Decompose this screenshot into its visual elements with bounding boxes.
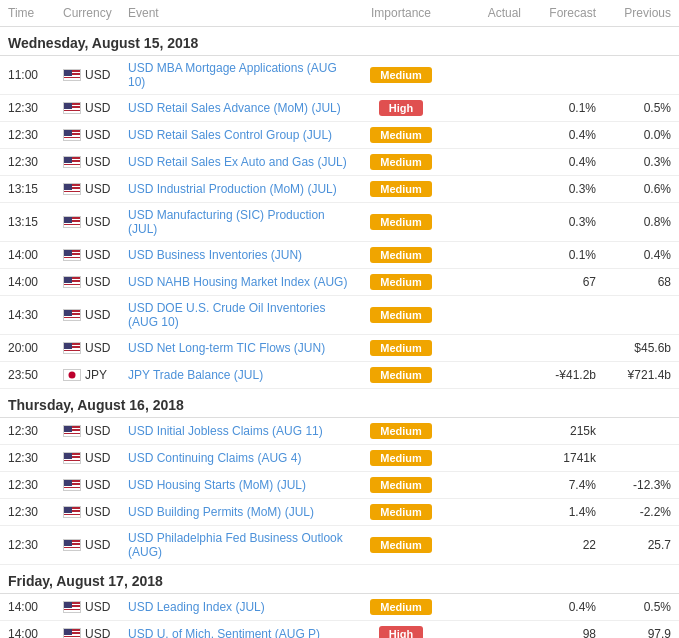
event-cell[interactable]: JPY Trade Balance (JUL) <box>128 368 356 382</box>
header-time: Time <box>8 6 63 20</box>
importance-badge: Medium <box>370 423 432 439</box>
event-link[interactable]: USD Retail Sales Control Group (JUL) <box>128 128 332 142</box>
us-flag-icon <box>63 601 81 613</box>
forecast-cell: 0.1% <box>521 101 596 115</box>
importance-badge: Medium <box>370 127 432 143</box>
previous-cell: 0.6% <box>596 182 671 196</box>
importance-cell: Medium <box>356 367 446 383</box>
event-cell[interactable]: USD DOE U.S. Crude Oil Inventories (AUG … <box>128 301 356 329</box>
event-link[interactable]: USD Manufacturing (SIC) Production (JUL) <box>128 208 325 236</box>
event-link[interactable]: USD Initial Jobless Claims (AUG 11) <box>128 424 323 438</box>
importance-badge: Medium <box>370 247 432 263</box>
currency-cell: USD <box>63 478 128 492</box>
importance-cell: Medium <box>356 599 446 615</box>
event-link[interactable]: USD NAHB Housing Market Index (AUG) <box>128 275 347 289</box>
event-cell[interactable]: USD Manufacturing (SIC) Production (JUL) <box>128 208 356 236</box>
importance-cell: Medium <box>356 504 446 520</box>
event-cell[interactable]: USD Leading Index (JUL) <box>128 600 356 614</box>
event-cell[interactable]: USD Net Long-term TIC Flows (JUN) <box>128 341 356 355</box>
event-cell[interactable]: USD U. of Mich. Sentiment (AUG P) <box>128 627 356 638</box>
currency-code: USD <box>85 101 110 115</box>
event-cell[interactable]: USD NAHB Housing Market Index (AUG) <box>128 275 356 289</box>
event-link[interactable]: JPY Trade Balance (JUL) <box>128 368 263 382</box>
time-cell: 12:30 <box>8 538 63 552</box>
importance-cell: Medium <box>356 537 446 553</box>
jp-flag-icon <box>63 369 81 381</box>
importance-cell: High <box>356 626 446 638</box>
previous-cell: -2.2% <box>596 505 671 519</box>
currency-code: USD <box>85 478 110 492</box>
forecast-cell: 0.3% <box>521 215 596 229</box>
event-link[interactable]: USD Business Inventories (JUN) <box>128 248 302 262</box>
event-cell[interactable]: USD Industrial Production (MoM) (JUL) <box>128 182 356 196</box>
event-cell[interactable]: USD Retail Sales Advance (MoM) (JUL) <box>128 101 356 115</box>
us-flag-icon <box>63 156 81 168</box>
previous-cell: 0.3% <box>596 155 671 169</box>
event-link[interactable]: USD Retail Sales Ex Auto and Gas (JUL) <box>128 155 347 169</box>
event-cell[interactable]: USD MBA Mortgage Applications (AUG 10) <box>128 61 356 89</box>
currency-code: USD <box>85 341 110 355</box>
forecast-cell: 0.4% <box>521 128 596 142</box>
table-row: 12:30USDUSD Initial Jobless Claims (AUG … <box>0 418 679 445</box>
event-link[interactable]: USD Continuing Claims (AUG 4) <box>128 451 301 465</box>
currency-cell: USD <box>63 248 128 262</box>
header-previous: Previous <box>596 6 671 20</box>
table-row: 14:00USDUSD NAHB Housing Market Index (A… <box>0 269 679 296</box>
us-flag-icon <box>63 102 81 114</box>
forecast-cell: 0.4% <box>521 600 596 614</box>
event-cell[interactable]: USD Housing Starts (MoM) (JUL) <box>128 478 356 492</box>
table-row: 12:30USDUSD Retail Sales Control Group (… <box>0 122 679 149</box>
currency-cell: USD <box>63 451 128 465</box>
currency-cell: USD <box>63 538 128 552</box>
us-flag-icon <box>63 452 81 464</box>
time-cell: 23:50 <box>8 368 63 382</box>
event-cell[interactable]: USD Philadelphia Fed Business Outlook (A… <box>128 531 356 559</box>
currency-cell: JPY <box>63 368 128 382</box>
event-cell[interactable]: USD Business Inventories (JUN) <box>128 248 356 262</box>
us-flag-icon <box>63 276 81 288</box>
event-link[interactable]: USD U. of Mich. Sentiment (AUG P) <box>128 627 320 638</box>
table-row: 12:30USDUSD Retail Sales Advance (MoM) (… <box>0 95 679 122</box>
table-header: Time Currency Event Importance Actual Fo… <box>0 0 679 27</box>
event-cell[interactable]: USD Initial Jobless Claims (AUG 11) <box>128 424 356 438</box>
table-row: 12:30USDUSD Housing Starts (MoM) (JUL)Me… <box>0 472 679 499</box>
importance-badge: Medium <box>370 154 432 170</box>
event-link[interactable]: USD Retail Sales Advance (MoM) (JUL) <box>128 101 341 115</box>
previous-cell: 25.7 <box>596 538 671 552</box>
day-header: Friday, August 17, 2018 <box>0 565 679 594</box>
importance-cell: Medium <box>356 127 446 143</box>
event-cell[interactable]: USD Building Permits (MoM) (JUL) <box>128 505 356 519</box>
event-cell[interactable]: USD Retail Sales Control Group (JUL) <box>128 128 356 142</box>
event-link[interactable]: USD Philadelphia Fed Business Outlook (A… <box>128 531 343 559</box>
importance-badge: Medium <box>370 307 432 323</box>
event-link[interactable]: USD Building Permits (MoM) (JUL) <box>128 505 314 519</box>
event-link[interactable]: USD Housing Starts (MoM) (JUL) <box>128 478 306 492</box>
forecast-cell: 215k <box>521 424 596 438</box>
event-link[interactable]: USD Industrial Production (MoM) (JUL) <box>128 182 337 196</box>
importance-cell: Medium <box>356 423 446 439</box>
event-cell[interactable]: USD Continuing Claims (AUG 4) <box>128 451 356 465</box>
event-link[interactable]: USD Leading Index (JUL) <box>128 600 265 614</box>
table-row: 14:00USDUSD Business Inventories (JUN)Me… <box>0 242 679 269</box>
event-link[interactable]: USD DOE U.S. Crude Oil Inventories (AUG … <box>128 301 325 329</box>
importance-cell: Medium <box>356 477 446 493</box>
table-row: 20:00USDUSD Net Long-term TIC Flows (JUN… <box>0 335 679 362</box>
us-flag-icon <box>63 628 81 638</box>
us-flag-icon <box>63 425 81 437</box>
importance-cell: Medium <box>356 154 446 170</box>
event-link[interactable]: USD Net Long-term TIC Flows (JUN) <box>128 341 325 355</box>
time-cell: 13:15 <box>8 215 63 229</box>
forecast-cell: 7.4% <box>521 478 596 492</box>
importance-badge: Medium <box>370 450 432 466</box>
currency-cell: USD <box>63 505 128 519</box>
table-row: 12:30USDUSD Building Permits (MoM) (JUL)… <box>0 499 679 526</box>
event-cell[interactable]: USD Retail Sales Ex Auto and Gas (JUL) <box>128 155 356 169</box>
currency-cell: USD <box>63 424 128 438</box>
previous-cell: -12.3% <box>596 478 671 492</box>
us-flag-icon <box>63 129 81 141</box>
importance-badge: Medium <box>370 504 432 520</box>
forecast-cell: 98 <box>521 627 596 638</box>
event-link[interactable]: USD MBA Mortgage Applications (AUG 10) <box>128 61 337 89</box>
importance-cell: Medium <box>356 274 446 290</box>
table-row: 14:30USDUSD DOE U.S. Crude Oil Inventori… <box>0 296 679 335</box>
